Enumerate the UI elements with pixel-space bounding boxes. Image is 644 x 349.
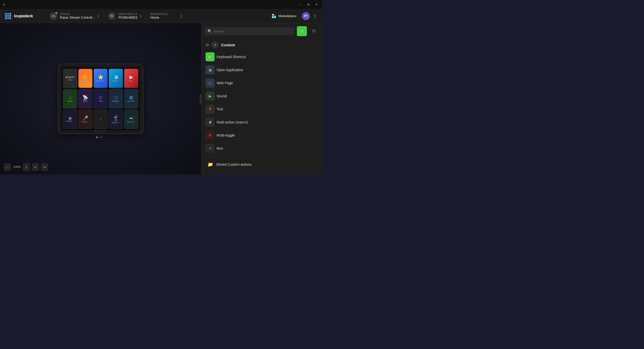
nav-right: 🏪 Marketplace FT ❯ (264, 12, 322, 20)
web-page-left: ◻ (204, 78, 217, 88)
run-icon-box: ↗ (206, 144, 215, 153)
device-icon: 🎮 (49, 12, 57, 20)
search-input[interactable] (214, 29, 292, 33)
volume-level-icon: 🔊 (114, 115, 118, 119)
run-left: ↗ (204, 144, 217, 153)
sidebar-content: ⚙ ● Custom ↩ Keyboard Shortcut (202, 36, 322, 175)
filter-icon: ⚙ (206, 42, 209, 47)
volume-down-icon: ▤ (69, 117, 71, 120)
multi-toggle-icon: ⊞ (209, 133, 212, 137)
start-button[interactable]: ▶ Start... (124, 69, 138, 88)
sound-row[interactable]: ▶ Sound (204, 90, 320, 103)
twitch-button[interactable]: 📡 Twitch (78, 89, 93, 108)
microphone-button[interactable]: 🎤 Volume ... (78, 110, 93, 129)
clock-button[interactable]: 20:02:17 Clock (63, 69, 77, 88)
device-label: Device (60, 13, 95, 16)
volume-level-label: Volume L... (111, 122, 120, 123)
open-application-row[interactable]: ▣ Open Application (204, 63, 320, 76)
multi-action-icon: ⚡ (208, 120, 212, 124)
device-frame: 20:02:17 Clock 🔶 Aplicacio... ⭐ Marcador… (58, 64, 143, 134)
open-application-label: Open Application (217, 68, 320, 72)
page-dot-2[interactable] (101, 137, 102, 138)
multi-toggle-label: Multi-toggle (217, 133, 320, 137)
undo-button[interactable]: ↩ (32, 163, 39, 170)
lockwin-label: Lock Wor... (127, 100, 136, 102)
pcgames-button[interactable]: ⬡ PCGAM... (109, 89, 123, 108)
razer-logo: RAZER (94, 130, 107, 133)
platafor-icon: 🖥 (114, 75, 118, 79)
stored-custom-label: Stored Custom actions (216, 162, 252, 166)
open-application-icon: ▣ (209, 68, 212, 72)
marcador-label: Marcador... (96, 80, 105, 82)
workspace-label: Workspace (150, 13, 178, 16)
device-nav-section[interactable]: 🎮 Device Razer Stream Controll... ❯ (45, 9, 104, 23)
multi-toggle-icon-box: ⊞ (206, 131, 215, 140)
marketplace-label: Marketplace (278, 14, 296, 18)
aplicaciones-button[interactable]: 🔶 Aplicacio... (78, 69, 93, 88)
add-button[interactable]: + (94, 110, 108, 129)
refresh-icon: ↻ (312, 28, 316, 34)
profile-chevron-icon: ❯ (140, 14, 142, 18)
keyboard-shortcut-icon: ↩ (209, 55, 212, 59)
avatar-button[interactable]: FT (302, 12, 310, 20)
workspace-chevron-icon: ❯ (180, 14, 183, 18)
text-row[interactable]: T Text (204, 103, 320, 116)
profile-nav-section[interactable]: Ⓝ Main Profile PCMGAMES ❯ (104, 9, 146, 23)
marcador-button[interactable]: ⭐ Marcador... (94, 69, 108, 88)
text-icon-box: T (206, 105, 215, 114)
multi-action-row[interactable]: ⚡ Multi-action (macro) (204, 116, 320, 129)
spotify-button[interactable]: ♫ Spotify (63, 89, 77, 108)
keyboard-shortcut-row[interactable]: ↩ Keyboard Shortcut (204, 50, 320, 63)
text-icon: T (209, 107, 211, 111)
marketplace-icon: 🏪 (271, 14, 276, 18)
add-icon: + (99, 117, 102, 122)
zoom-out-button[interactable]: − (4, 163, 11, 170)
multi-action-label: Multi-action (macro) (217, 120, 320, 124)
zoom-in-button[interactable]: + (23, 163, 30, 170)
clock-label: Clock (68, 79, 72, 81)
nav-expand-button[interactable]: ❯ (312, 13, 318, 19)
volume-down-button[interactable]: ▤ Volume ... (63, 110, 77, 129)
web-page-row[interactable]: ◻ Web Page (204, 76, 320, 90)
aplicaciones-icon: 🔶 (83, 75, 88, 79)
close-button[interactable]: ✕ (313, 2, 320, 8)
nexttou-button[interactable]: ➡ Next Tou... (124, 110, 138, 129)
volume-level-button[interactable]: 🔊 60 Volume L... (109, 110, 123, 129)
refresh-button[interactable]: ↻ (309, 26, 319, 36)
keyboard-shortcut-icon-box: ↩ (206, 52, 215, 61)
minimize-button[interactable]: ─ (297, 2, 304, 8)
lockwin-button[interactable]: ⊞ Lock Wor... (124, 89, 138, 108)
spotify-icon: ♫ (68, 95, 72, 100)
open-application-icon-box: ▣ (206, 65, 215, 74)
obs-button[interactable]: ⊙ OBS (94, 89, 108, 108)
page-dot-1[interactable] (96, 137, 97, 138)
redo-button[interactable]: ↪ (41, 163, 48, 170)
custom-dot-icon: ● (214, 43, 216, 47)
keyboard-shortcut-left: ↩ (204, 52, 217, 61)
start-icon: ▶ (130, 75, 133, 79)
workspace-value: Home (150, 16, 178, 19)
stored-custom-actions-row[interactable]: 📁 Stored Custom actions (204, 159, 320, 170)
main-content: 20:02:17 Clock 🔶 Aplicacio... ⭐ Marcador… (0, 23, 322, 175)
zoom-controls: − 140% + ↩ ↪ (4, 163, 48, 170)
aplicaciones-label: Aplicacio... (81, 80, 90, 82)
web-page-icon: ◻ (209, 81, 212, 85)
touch-mode-button[interactable]: ☞ (297, 26, 307, 36)
device-screen: 20:02:17 Clock 🔶 Aplicacio... ⭐ Marcador… (61, 67, 140, 130)
marketplace-button[interactable]: 🏪 Marketplace (268, 12, 300, 20)
multi-action-left: ⚡ (204, 118, 217, 127)
platafor-button[interactable]: 🖥 Platafor... (109, 69, 123, 88)
maximize-button[interactable]: ⧉ (305, 2, 312, 8)
menu-icon[interactable]: ≡ (2, 2, 6, 8)
page-more: ··· (103, 136, 105, 139)
profile-label: Main Profile (118, 13, 138, 16)
workspace-nav-section[interactable]: Workspace Home ❯ (146, 9, 187, 23)
sound-left: ▶ (204, 92, 217, 101)
spotify-label: Spotify (67, 100, 73, 102)
touch-icon: ☞ (300, 28, 304, 34)
custom-section-title: Custom (221, 43, 235, 47)
title-bar: ≡ ─ ⧉ ✕ (0, 0, 322, 9)
multi-toggle-row[interactable]: ⊞ Multi-toggle (204, 129, 320, 142)
device-chevron-icon: ❯ (97, 14, 99, 18)
run-row[interactable]: ↗ Run (204, 142, 320, 155)
